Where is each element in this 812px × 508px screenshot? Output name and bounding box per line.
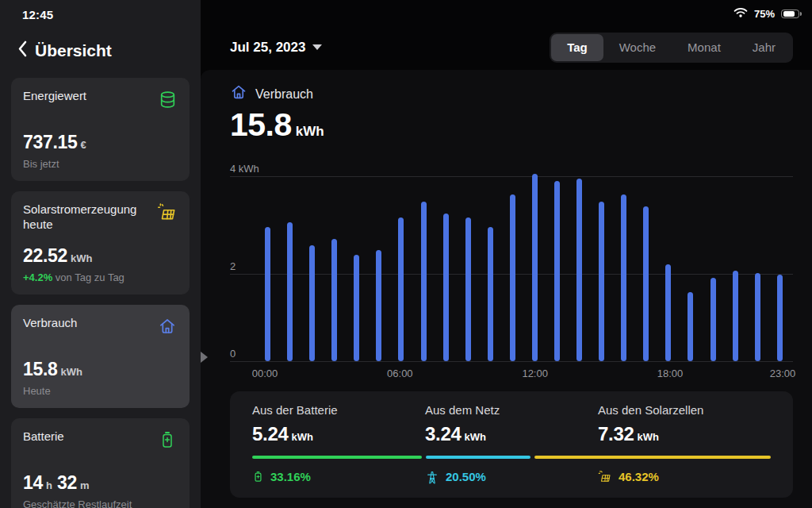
period-tabs: Tag Woche Monat Jahr: [550, 33, 793, 63]
card-subtitle: +4.2% von Tag zu Tag: [23, 271, 178, 284]
source-summary: Aus der Batterie 5.24kWh Aus dem Netz 3.…: [230, 391, 793, 498]
bar[interactable]: [710, 278, 716, 361]
y-tick-label: 4 kWh: [230, 163, 259, 175]
bar[interactable]: [465, 217, 471, 361]
card-subtitle: Bis jetzt: [23, 158, 178, 171]
grid-share: 20.50%: [425, 470, 598, 484]
summary-value: 3.24kWh: [425, 423, 598, 446]
tab-woche[interactable]: Woche: [603, 34, 672, 61]
card-value: 22.52kWh: [23, 245, 178, 267]
date-picker[interactable]: Jul 25, 2023: [230, 40, 322, 56]
source-ratio-bar: [252, 456, 771, 459]
bar[interactable]: [421, 202, 427, 361]
bar[interactable]: [309, 245, 315, 361]
bar[interactable]: [665, 264, 671, 361]
bar[interactable]: [376, 250, 381, 361]
sidebar: 12:45 Übersicht Energiewert 737.15€ Bi: [0, 0, 201, 508]
summary-stack-segment: [426, 456, 530, 459]
main-area: 75% Jul 25, 2023 Tag Woche Monat Jahr Ve…: [201, 0, 812, 508]
bar[interactable]: [621, 194, 626, 361]
x-tick-label: 23:00: [770, 368, 796, 380]
summary-stack-segment: [534, 456, 771, 459]
tab-monat[interactable]: Monat: [672, 34, 737, 61]
battery-share: 33.16%: [252, 470, 425, 484]
battery-icon: [157, 429, 178, 450]
card-energiewert[interactable]: Energiewert 737.15€ Bis jetzt: [11, 78, 190, 181]
y-tick-label: 0: [230, 348, 236, 360]
house-icon: [230, 83, 247, 104]
summary-label: Aus den Solarzellen: [598, 403, 771, 418]
bar[interactable]: [755, 273, 760, 361]
summary-percents: 33.16% 20.50%: [252, 470, 771, 484]
y-tick-label: 2: [230, 260, 236, 273]
section-header: Verbrauch: [230, 83, 313, 104]
card-batterie[interactable]: Batterie 14h 32m Geschätzte Restlaufzeit: [11, 418, 190, 508]
card-solarstromerzeugung[interactable]: Solarstromerzeugung heute 22.52kWh +4.2%…: [11, 191, 190, 294]
summary-value: 5.24kWh: [252, 423, 425, 446]
bar[interactable]: [777, 275, 783, 361]
x-tick-label: 18:00: [657, 368, 684, 380]
battery-percent: 33.16%: [270, 470, 311, 484]
bar[interactable]: [599, 202, 604, 361]
date-label: Jul 25, 2023: [230, 40, 305, 56]
consumption-chart: 4 kWh 2 0 00:0006:0012:0018:0023:00: [230, 163, 793, 385]
bar[interactable]: [532, 174, 538, 361]
summary-label: Aus dem Netz: [425, 403, 598, 418]
bar[interactable]: [510, 194, 515, 361]
battery-fill: [783, 11, 795, 17]
summary-col-solarzellen: Aus den Solarzellen 7.32kWh: [598, 403, 771, 446]
bar[interactable]: [398, 217, 404, 361]
grid-percent: 20.50%: [446, 470, 486, 484]
bar[interactable]: [643, 206, 649, 361]
bar[interactable]: [287, 222, 293, 361]
bars-container: [265, 176, 783, 361]
total-unit: kWh: [296, 124, 324, 139]
sidebar-expand-handle[interactable]: [201, 352, 208, 363]
solar-panel-icon: [598, 470, 612, 484]
x-tick-label: 06:00: [387, 368, 413, 380]
bar[interactable]: [576, 179, 582, 361]
summary-col-batterie: Aus der Batterie 5.24kWh: [252, 403, 425, 446]
card-unit: kWh: [61, 366, 82, 378]
summary-label: Aus der Batterie: [252, 403, 425, 418]
gridline-0: [230, 361, 793, 362]
solar-share: 46.32%: [598, 470, 771, 484]
bar[interactable]: [443, 214, 449, 361]
house-icon: [157, 316, 178, 337]
card-value: 14h 32m: [23, 472, 178, 495]
card-value: 15.8kWh: [23, 359, 178, 381]
card-subtitle: Geschätzte Restlaufzeit: [23, 498, 178, 508]
card-title: Batterie: [23, 429, 64, 444]
card-title: Energiewert: [23, 89, 86, 104]
card-value: 737.15€: [23, 132, 178, 154]
x-axis: 00:0006:0012:0018:0023:00: [265, 368, 783, 380]
status-icons: 75%: [733, 7, 799, 21]
total-consumption: 15.8kWh: [230, 106, 324, 144]
bar[interactable]: [331, 239, 337, 361]
solar-panel-icon: [157, 202, 178, 223]
wifi-icon: [733, 7, 748, 21]
tab-tag[interactable]: Tag: [551, 34, 603, 61]
bar[interactable]: [265, 227, 270, 361]
bar[interactable]: [733, 271, 738, 361]
summary-columns: Aus der Batterie 5.24kWh Aus dem Netz 3.…: [252, 403, 771, 446]
back-chevron-icon: [17, 40, 27, 60]
total-value: 15.8: [230, 106, 292, 143]
tab-jahr[interactable]: Jahr: [737, 34, 791, 61]
card-unit: €: [81, 139, 86, 151]
card-title: Solarstromerzeugung heute: [23, 202, 151, 233]
page-title: Übersicht: [35, 40, 112, 60]
bar[interactable]: [688, 292, 693, 361]
card-title: Verbrauch: [23, 316, 77, 331]
summary-col-netz: Aus dem Netz 3.24kWh: [425, 403, 598, 446]
back-button[interactable]: Übersicht: [17, 40, 201, 60]
bar[interactable]: [354, 255, 359, 361]
x-tick-label: 12:00: [522, 368, 548, 380]
card-subtitle: Heute: [23, 385, 178, 398]
bar[interactable]: [554, 181, 560, 361]
main-header: Jul 25, 2023 Tag Woche Monat Jahr: [230, 33, 793, 63]
bar[interactable]: [488, 227, 493, 361]
coins-icon: [157, 89, 178, 110]
card-verbrauch[interactable]: Verbrauch 15.8kWh Heute: [11, 305, 190, 408]
sidebar-cards: Energiewert 737.15€ Bis jetzt Solarstrom…: [11, 78, 190, 508]
